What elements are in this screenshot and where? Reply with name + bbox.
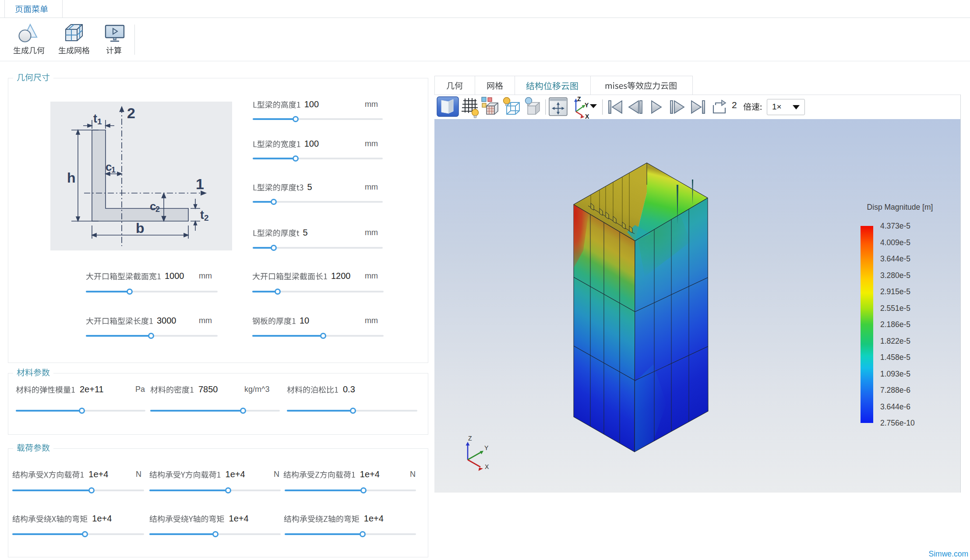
svg-text:2.186e-5: 2.186e-5 <box>880 320 910 329</box>
svg-text:2: 2 <box>204 213 209 222</box>
svg-text:3.280e-5: 3.280e-5 <box>880 271 910 280</box>
svg-text:t: t <box>200 208 204 222</box>
svg-text:1.093e-5: 1.093e-5 <box>880 370 910 378</box>
svg-text:2.756e-10: 2.756e-10 <box>880 419 915 427</box>
svg-text:t: t <box>93 112 97 125</box>
svg-text:3.644e-6: 3.644e-6 <box>880 402 910 411</box>
svg-text:X: X <box>485 463 489 470</box>
svg-text:Y: Y <box>585 102 589 109</box>
svg-text:7.288e-6: 7.288e-6 <box>880 386 910 394</box>
svg-text:1: 1 <box>111 166 116 174</box>
svg-text:2: 2 <box>155 205 160 214</box>
svg-text:4.009e-5: 4.009e-5 <box>880 238 910 247</box>
svg-text:h: h <box>67 170 76 186</box>
svg-text:1.458e-5: 1.458e-5 <box>880 353 910 362</box>
svg-text:1.822e-5: 1.822e-5 <box>880 337 910 345</box>
svg-text:4.373e-5: 4.373e-5 <box>880 222 910 230</box>
svg-text:3.644e-5: 3.644e-5 <box>880 254 910 263</box>
svg-text:1: 1 <box>196 176 204 192</box>
svg-text:Z: Z <box>468 435 472 442</box>
svg-text:1: 1 <box>97 117 102 126</box>
svg-text:Disp Magnitude [m]: Disp Magnitude [m] <box>867 203 933 211</box>
svg-text:2: 2 <box>127 105 135 121</box>
svg-text:2.551e-5: 2.551e-5 <box>880 304 910 313</box>
svg-text:Z: Z <box>577 95 581 102</box>
svg-text:X: X <box>585 113 589 119</box>
svg-text:2.915e-5: 2.915e-5 <box>880 287 910 296</box>
svg-text:b: b <box>136 220 145 236</box>
svg-text:Y: Y <box>484 444 489 451</box>
